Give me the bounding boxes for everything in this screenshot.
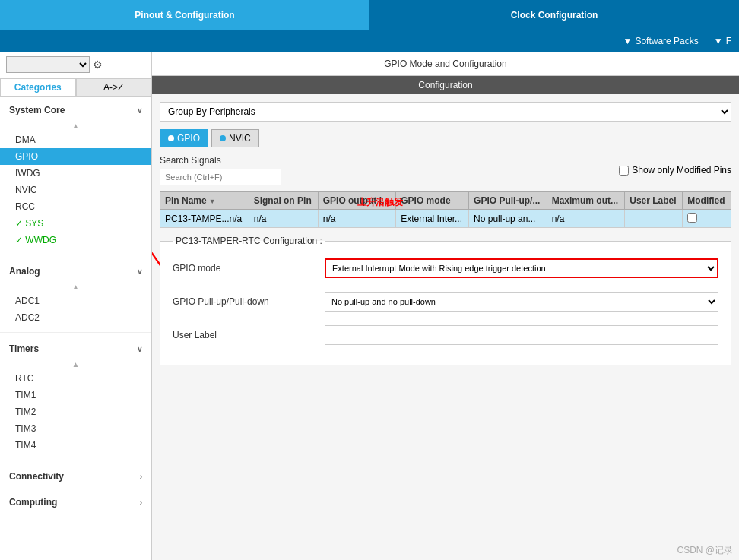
sidebar-item-dma[interactable]: DMA (0, 131, 151, 148)
col-modified[interactable]: Modified (683, 192, 731, 210)
analog-label: Analog (9, 266, 40, 277)
scroll-up-indicator2[interactable]: ▲ (0, 281, 151, 293)
user-label-input[interactable] (325, 325, 718, 345)
cell-user-label (625, 210, 683, 228)
col-gpio-pullup[interactable]: GPIO Pull-up/... (469, 192, 547, 210)
sidebar-item-tim2[interactable]: TIM2 (0, 403, 151, 420)
config-section-legend: PC13-TAMPER-RTC Configuration : (173, 236, 325, 246)
sidebar-item-rcc[interactable]: RCC (0, 198, 151, 215)
sidebar-item-rtc[interactable]: RTC (0, 370, 151, 387)
chevron-down-icon2: ▼ (714, 36, 723, 46)
connectivity-label: Connectivity (9, 471, 64, 482)
col-pin-name[interactable]: Pin Name ▼ (160, 192, 249, 210)
group-by-row: Group By PeripheralsGroup By Pin (160, 102, 731, 122)
sidebar-item-tim1[interactable]: TIM1 (0, 387, 151, 403)
sidebar-tabs: Categories A->Z (0, 78, 151, 97)
chevron-down-icon: ∨ (137, 106, 142, 115)
tab-nvic[interactable]: NVIC (211, 129, 259, 147)
show-modified-row: Show only Modified Pins (619, 165, 731, 176)
gear-icon[interactable]: ⚙ (93, 59, 103, 71)
cell-signal: n/a (249, 210, 318, 228)
content-body: Group By PeripheralsGroup By Pin GPIO NV… (152, 94, 739, 560)
pinout-label: Pinout & Configuration (135, 10, 234, 21)
search-signals-input[interactable] (160, 169, 281, 185)
col-signal[interactable]: Signal on Pin (249, 192, 318, 210)
sidebar-item-iwdg[interactable]: IWDG (0, 165, 151, 182)
config-row-pullup: GPIO Pull-up/Pull-down No pull-up and no… (173, 289, 718, 315)
sidebar-section-analog: Analog ∨ ▲ ADC1 ADC2 (0, 258, 151, 329)
cell-modified (683, 210, 731, 228)
sidebar-section-system-core: System Core ∨ ▲ DMA GPIO IWDG NVIC RCC S… (0, 97, 151, 252)
sidebar-item-gpio[interactable]: GPIO (0, 148, 151, 165)
sort-icon: ▼ (209, 198, 216, 205)
modified-checkbox[interactable] (687, 213, 697, 223)
search-signals-area: Search Signals (160, 155, 281, 185)
sidebar-item-tim4[interactable]: TIM4 (0, 437, 151, 454)
cell-max-output: n/a (547, 210, 625, 228)
col-user-label[interactable]: User Label (625, 192, 683, 210)
timers-header[interactable]: Timers ∨ (0, 339, 151, 359)
clock-config-header[interactable]: Clock Configuration (370, 0, 739, 30)
signals-table: Pin Name ▼ Signal on Pin GPIO output l..… (160, 191, 731, 228)
cell-gpio-output: n/a (318, 210, 396, 228)
connectivity-header[interactable]: Connectivity › (0, 467, 151, 486)
sidebar: ⚙ Categories A->Z System Core ∨ ▲ DMA GP… (0, 52, 152, 560)
cell-pin-name: PC13-TAMPE...n/a (160, 210, 249, 228)
config-row-gpio-mode: GPIO mode External Interrupt Mode with R… (173, 255, 718, 281)
clock-label: Clock Configuration (511, 10, 598, 21)
chinese-annotation: 上升沿触发 (357, 190, 403, 210)
gpio-dot-icon (168, 135, 174, 141)
scroll-up-indicator3[interactable]: ▲ (0, 359, 151, 370)
timers-label: Timers (9, 343, 39, 354)
computing-header[interactable]: Computing › (0, 492, 151, 512)
more-label: F (726, 36, 731, 46)
content-title: GPIO Mode and Configuration (152, 52, 739, 76)
sidebar-item-sys[interactable]: SYS (0, 215, 151, 232)
gpio-nvic-tabs: GPIO NVIC (160, 129, 731, 147)
sidebar-item-wwdg[interactable]: WWDG (0, 232, 151, 248)
pullup-select[interactable]: No pull-up and no pull-down (325, 292, 718, 312)
col-gpio-mode[interactable]: GPIO mode (396, 192, 469, 210)
gpio-mode-select[interactable]: External Interrupt Mode with Rising edge… (325, 258, 718, 278)
show-modified-label: Show only Modified Pins (632, 165, 731, 176)
chevron-down-icon: ∨ (137, 267, 142, 276)
search-signals-row: Search Signals Show only Modified Pins (160, 155, 731, 185)
system-core-header[interactable]: System Core ∨ (0, 100, 151, 120)
tab-gpio[interactable]: GPIO (160, 129, 208, 147)
sidebar-item-nvic[interactable]: NVIC (0, 182, 151, 198)
group-by-select[interactable]: Group By PeripheralsGroup By Pin (160, 102, 731, 122)
config-bar: Configuration (152, 76, 739, 94)
sidebar-item-tim3[interactable]: TIM3 (0, 420, 151, 437)
sidebar-item-adc1[interactable]: ADC1 (0, 293, 151, 309)
scroll-up-indicator[interactable]: ▲ (0, 120, 151, 131)
pullup-value: No pull-up and no pull-down (325, 292, 718, 312)
sidebar-section-connectivity: Connectivity › (0, 464, 151, 489)
watermark: CSDN @记录 (677, 544, 733, 557)
nvic-dot-icon (220, 135, 226, 141)
chevron-right-icon2: › (140, 498, 142, 507)
tab-az[interactable]: A->Z (76, 78, 152, 96)
sidebar-item-adc2[interactable]: ADC2 (0, 309, 151, 326)
show-modified-checkbox[interactable] (619, 166, 629, 176)
config-section: PC13-TAMPER-RTC Configuration : GPIO mod… (160, 236, 731, 365)
table-row[interactable]: PC13-TAMPE...n/a n/a n/a External Inter.… (160, 210, 731, 228)
pullup-label: GPIO Pull-up/Pull-down (173, 296, 325, 307)
search-select[interactable] (6, 56, 90, 73)
more-item[interactable]: ▼ F (714, 36, 731, 46)
cell-gpio-pullup: No pull-up an... (469, 210, 547, 228)
subheader-bar: ▼ Software Packs ▼ F (0, 30, 739, 52)
chevron-right-icon: › (140, 473, 142, 481)
software-packs-item[interactable]: ▼ Software Packs (623, 36, 699, 46)
user-label-label: User Label (173, 330, 325, 340)
tab-categories[interactable]: Categories (0, 78, 76, 96)
analog-header[interactable]: Analog ∨ (0, 261, 151, 281)
col-max-output[interactable]: Maximum out... (547, 192, 625, 210)
system-core-label: System Core (9, 105, 65, 115)
cell-gpio-mode: External Inter... (396, 210, 469, 228)
config-row-user-label: User Label (173, 322, 718, 348)
search-signals-label: Search Signals (160, 155, 281, 166)
software-packs-label: Software Packs (635, 36, 698, 46)
sidebar-section-timers: Timers ∨ ▲ RTC TIM1 TIM2 TIM3 TIM4 (0, 336, 151, 457)
chevron-down-icon: ▼ (623, 36, 633, 46)
gpio-mode-label: GPIO mode (173, 263, 325, 274)
